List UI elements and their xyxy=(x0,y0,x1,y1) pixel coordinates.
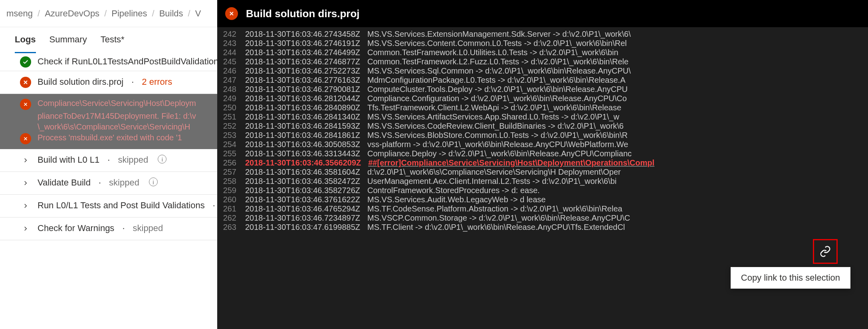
log-line[interactable]: 2622018-11-30T16:03:46.7234897ZMS.VSCP.C… xyxy=(217,213,868,223)
steps-list: Check if RunL0L1TestsAndPostBuildValidat… xyxy=(0,53,217,329)
step-row[interactable]: Build with L0 L1·skippedi xyxy=(0,149,217,172)
log-line[interactable]: 2612018-11-30T16:03:46.4765294ZMS.TF.Cod… xyxy=(217,204,868,213)
errors-block[interactable]: Compliance\Service\Servicing\Host\Deploy… xyxy=(0,94,217,149)
tab-summary[interactable]: Summary xyxy=(50,34,87,53)
step-name: Check if RunL0L1TestsAndPostBuildValidat… xyxy=(38,56,217,67)
tabs: Logs Summary Tests* xyxy=(0,27,217,53)
log-line[interactable]: 2582018-11-30T16:03:46.3582472ZUserManag… xyxy=(217,177,868,186)
log-line[interactable]: 2422018-11-30T16:03:46.2743458ZMS.VS.Ser… xyxy=(217,30,868,39)
step-row-failed[interactable]: Build solution dirs.proj · 2 errors xyxy=(0,71,217,94)
line-number: 245 xyxy=(220,57,245,66)
line-number: 262 xyxy=(220,213,245,223)
info-icon[interactable]: i xyxy=(158,155,166,164)
line-number: 256 xyxy=(220,158,245,167)
log-line[interactable]: 2492018-11-30T16:03:46.2812044ZComplianc… xyxy=(217,94,868,103)
breadcrumb: mseng / AzureDevOps / Pipelines / Builds… xyxy=(0,0,217,27)
error-count: 2 errors xyxy=(142,77,172,87)
log-timestamp: 2018-11-30T16:03:46.2841593Z xyxy=(245,122,367,131)
log-line[interactable]: 2602018-11-30T16:03:46.3761622ZMS.VS.Ser… xyxy=(217,195,868,204)
log-line[interactable]: 2592018-11-30T16:03:46.3582726ZControlFr… xyxy=(217,186,868,195)
tab-logs[interactable]: Logs xyxy=(15,34,36,53)
log-timestamp: 2018-11-30T16:03:46.2752273Z xyxy=(245,66,367,76)
breadcrumb-item[interactable]: AzureDevOps xyxy=(45,8,99,19)
tab-tests[interactable]: Tests* xyxy=(101,34,125,53)
breadcrumb-sep: / xyxy=(104,8,107,19)
error-msg: Process 'msbuild.exe' exited with code '… xyxy=(38,133,182,142)
log-timestamp: 2018-11-30T16:03:46.2812044Z xyxy=(245,94,367,103)
log-line[interactable]: 2482018-11-30T16:03:46.2790081ZComputeCl… xyxy=(217,85,868,94)
breadcrumb-item[interactable]: Pipelines xyxy=(111,8,147,19)
log-text: UserManagement.Aex.Client.Internal.L2.Te… xyxy=(367,177,616,186)
error-icon xyxy=(20,77,31,88)
line-number: 243 xyxy=(220,39,245,48)
chevron-right-icon xyxy=(20,223,31,234)
log-text: MS.VS.Services.Sql.Common -> d:\v2.0\P1\… xyxy=(367,66,631,76)
log-title: Build solution dirs.proj xyxy=(246,8,360,20)
log-text: MS.VS.Services.Audit.Web.LegacyWeb -> d … xyxy=(367,195,546,204)
line-number: 258 xyxy=(220,177,245,186)
info-icon[interactable]: i xyxy=(149,177,158,186)
log-text: MdmConfigurationPackage.L0.Tests -> d:\v… xyxy=(367,76,625,85)
log-text: MS.VS.Services.BlobStore.Common.L0.Tests… xyxy=(367,131,628,140)
line-number: 244 xyxy=(220,48,245,57)
chevron-right-icon xyxy=(20,177,31,189)
step-row[interactable]: Validate Build·skippedi xyxy=(0,172,217,195)
log-timestamp: 2018-11-30T16:03:46.4765294Z xyxy=(245,204,367,213)
log-line[interactable]: 2562018-11-30T16:03:46.3566209Z##[error]… xyxy=(217,158,868,167)
log-timestamp: 2018-11-30T16:03:46.2743458Z xyxy=(245,30,367,39)
log-text: ComputeCluster.Tools.Deploy -> d:\v2.0\P… xyxy=(367,85,628,94)
log-text: MS.TF.Client -> d:\v2.0\P1\_work\6\bin\R… xyxy=(367,223,625,232)
log-line[interactable]: 2552018-11-30T16:03:46.3313443ZComplianc… xyxy=(217,149,868,158)
breadcrumb-sep: / xyxy=(38,8,40,19)
error-icon xyxy=(225,7,238,20)
log-text: d:\v2.0\P1\_work\6\s\Compliance\Service\… xyxy=(367,167,621,177)
step-row[interactable]: Check for Warnings·skipped xyxy=(0,217,217,240)
line-number: 253 xyxy=(220,131,245,140)
log-line[interactable]: 2532018-11-30T16:03:46.2841861ZMS.VS.Ser… xyxy=(217,131,868,140)
line-number: 252 xyxy=(220,122,245,131)
log-timestamp: 2018-11-30T16:03:46.3761622Z xyxy=(245,195,367,204)
log-text: ##[error]Compliance\Service\Servicing\Ho… xyxy=(368,158,654,167)
breadcrumb-item[interactable]: Builds xyxy=(159,8,183,19)
log-line[interactable]: 2512018-11-30T16:03:46.2841340ZMS.VS.Ser… xyxy=(217,112,868,122)
step-row[interactable]: Check if RunL0L1TestsAndPostBuildValidat… xyxy=(0,53,217,71)
log-text: MS.VS.Services.ExtensionManagement.Sdk.S… xyxy=(367,30,631,39)
log-text: MS.VS.Services.Content.Common.L0.Tests -… xyxy=(367,39,627,48)
log-timestamp: 2018-11-30T16:03:46.2776163Z xyxy=(245,76,367,85)
line-number: 257 xyxy=(220,167,245,177)
error-msg: Compliance\Service\Servicing\Host\Deploy… xyxy=(38,99,196,108)
log-timestamp: 2018-11-30T16:03:46.3582472Z xyxy=(245,177,367,186)
log-text: Compliance.Deploy -> d:\v2.0\P1\_work\6\… xyxy=(367,149,632,158)
log-line[interactable]: 2542018-11-30T16:03:46.3050853Zvss-platf… xyxy=(217,140,868,149)
step-name: Validate Build xyxy=(38,177,91,188)
error-msg: plianceToDev17M145Deployment. File1: d:\… xyxy=(38,112,196,121)
log-text: vss-platform -> d:\v2.0\P1\_work\6\bin\R… xyxy=(367,140,628,149)
breadcrumb-item[interactable]: mseng xyxy=(6,8,33,19)
log-timestamp: 2018-11-30T16:03:46.2746877Z xyxy=(245,57,367,66)
log-line[interactable]: 2432018-11-30T16:03:46.2746191ZMS.VS.Ser… xyxy=(217,39,868,48)
log-line[interactable]: 2442018-11-30T16:03:46.2746499ZCommon.Te… xyxy=(217,48,868,57)
log-line[interactable]: 2572018-11-30T16:03:46.3581604Zd:\v2.0\P… xyxy=(217,167,868,177)
log-line[interactable]: 2472018-11-30T16:03:46.2776163ZMdmConfig… xyxy=(217,76,868,85)
log-line[interactable]: 2522018-11-30T16:03:46.2841593ZMS.VS.Ser… xyxy=(217,122,868,131)
breadcrumb-item[interactable]: V xyxy=(195,8,201,19)
log-line[interactable]: 2462018-11-30T16:03:46.2752273ZMS.VS.Ser… xyxy=(217,66,868,76)
line-number: 260 xyxy=(220,195,245,204)
step-status: skipped xyxy=(133,223,163,233)
line-number: 248 xyxy=(220,85,245,94)
line-number: 255 xyxy=(220,149,245,158)
step-status: skipped xyxy=(109,177,139,188)
log-line[interactable]: 2632018-11-30T16:03:47.6199885ZMS.TF.Cli… xyxy=(217,223,868,232)
line-number: 261 xyxy=(220,204,245,213)
log-text: Tfs.TestFramework.Client.L2.WebApi -> d:… xyxy=(367,103,621,112)
log-line[interactable]: 2452018-11-30T16:03:46.2746877ZCommon.Te… xyxy=(217,57,868,66)
chevron-right-icon xyxy=(20,155,31,166)
log-timestamp: 2018-11-30T16:03:46.3566209Z xyxy=(245,158,368,167)
log-line[interactable]: 2502018-11-30T16:03:46.2840890ZTfs.TestF… xyxy=(217,103,868,112)
log-text: Common.TestFramework.L2.Fuzz.L0.Tests ->… xyxy=(367,57,628,66)
error-msg: \_work\6\s\Compliance\Service\Servicing\… xyxy=(38,122,190,132)
copy-link-button[interactable] xyxy=(813,239,838,264)
step-row[interactable]: Run L0/L1 Tests and Post Build Validatio… xyxy=(0,195,217,217)
log-timestamp: 2018-11-30T16:03:46.7234897Z xyxy=(245,213,367,223)
breadcrumb-sep: / xyxy=(152,8,155,19)
